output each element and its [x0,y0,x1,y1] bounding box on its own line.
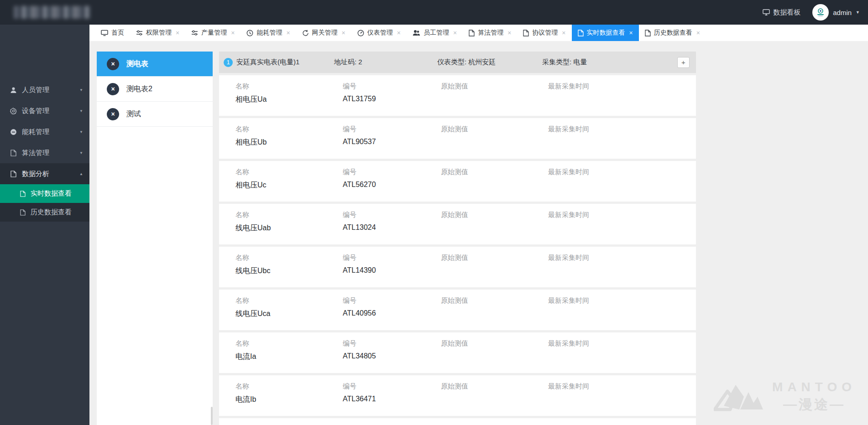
point-name: 线电压Ubc [235,266,343,276]
tab-energy[interactable]: 能耗管理 × [241,25,296,41]
sliders-icon [191,30,198,36]
circle-minus-icon [9,129,17,135]
sidebar-item-energy[interactable]: 能耗管理 ▼ [0,121,89,142]
col-name-label: 名称 [235,168,343,176]
mountain-logo-icon [714,378,764,415]
table-row: 名称线电压Uab 编号ATL13024 原始测值 最新采集时间 [219,204,696,244]
tab-close-icon[interactable]: × [507,30,511,36]
meter-name: 安廷真实电表(电量)1 [236,58,334,67]
point-name: 电流Ib [235,395,343,404]
document-icon [9,171,17,177]
tab-home[interactable]: 首页 [95,25,130,41]
tab-realtime-data[interactable]: 实时数据查看 × [572,25,639,41]
chevron-up-icon: ▲ [79,172,83,176]
col-raw-label: 原始测值 [441,296,548,305]
brand-logo-redacted [14,6,90,19]
col-code-label: 编号 [343,82,441,91]
table-row: 名称线电压Ubc 编号ATL14390 原始测值 最新采集时间 [219,247,696,287]
col-time-label: 最新采集时间 [548,339,691,348]
tab-production[interactable]: 产量管理 × [185,25,241,41]
chevron-down-icon: ▼ [79,151,83,155]
tab-close-icon[interactable]: × [562,30,565,36]
meter-index-badge: 1 [224,58,233,67]
document-icon [523,30,529,36]
col-name-label: 名称 [235,382,343,391]
app-screen: 数据看板 admin ▼ 人员管理 [0,0,868,425]
topbar: 数据看板 admin ▼ [0,0,868,25]
refresh-icon [302,30,309,36]
meter-address: 地址码: 2 [334,58,437,67]
col-raw-label: 原始测值 [441,211,548,219]
document-icon [645,30,651,36]
table-row: 名称相电压Ua 编号ATL31759 原始测值 最新采集时间 [219,75,696,116]
watermark-brand: MANTOO [772,380,856,394]
gear-icon [9,108,17,114]
remove-device-icon[interactable]: × [107,58,119,70]
tab-algorithm[interactable]: 算法管理 × [463,25,517,41]
dashboard-link[interactable]: 数据看板 [763,8,800,17]
table-row: 名称 编号 原始测值 最新采集时间 [219,418,696,425]
col-name-label: 名称 [235,211,343,219]
point-code: ATL31759 [343,95,441,103]
device-item[interactable]: × 测电表 [97,52,213,77]
table-row: 名称电流Ia 编号ATL34805 原始测值 最新采集时间 [219,332,696,373]
tab-close-icon[interactable]: × [696,30,700,36]
user-menu[interactable]: admin ▼ [812,4,860,21]
tab-label: 能耗管理 [256,29,282,37]
tab-permissions[interactable]: 权限管理 × [130,25,185,41]
device-item[interactable]: × 测电表2 [97,77,213,102]
point-name: 相电压Uc [235,181,343,190]
device-item[interactable]: × 测试 [97,102,213,127]
remove-device-icon[interactable]: × [107,108,119,120]
col-raw-label: 原始测值 [441,382,548,391]
sidebar-subitem-history-data[interactable]: 历史数据查看 [0,203,89,222]
tab-close-icon[interactable]: × [453,30,457,36]
col-code-label: 编号 [343,211,441,219]
sidebar-item-devices[interactable]: 设备管理 ▼ [0,100,89,121]
col-code-label: 编号 [343,382,441,391]
add-button[interactable]: + [677,57,690,68]
tab-close-icon[interactable]: × [629,30,633,36]
col-name-label: 名称 [235,254,343,262]
tab-meters[interactable]: 仪表管理 × [351,25,407,41]
tab-label: 实时数据查看 [587,29,625,37]
sidebar-subitem-realtime-data[interactable]: 实时数据查看 [0,184,89,203]
col-name-label: 名称 [235,125,343,134]
col-name-label: 名称 [235,296,343,305]
sidebar-subitem-label: 历史数据查看 [31,208,72,217]
table-row: 名称相电压Uc 编号ATL56270 原始测值 最新采集时间 [219,161,696,202]
sidebar-item-personnel[interactable]: 人员管理 ▼ [0,79,89,100]
document-icon [19,191,26,197]
monitor-icon [101,30,108,36]
sidebar-item-algorithm[interactable]: 算法管理 ▼ [0,142,89,163]
tab-label: 仪表管理 [367,29,393,37]
col-raw-label: 原始测值 [441,254,548,262]
tab-close-icon[interactable]: × [176,30,179,36]
table-row: 名称电流Ib 编号ATL36471 原始测值 最新采集时间 [219,375,696,416]
remove-device-icon[interactable]: × [107,83,119,95]
col-code-label: 编号 [343,296,441,305]
panel-scrollbar[interactable] [211,407,213,425]
tab-close-icon[interactable]: × [231,30,235,36]
col-name-label: 名称 [235,339,343,348]
tab-close-icon[interactable]: × [397,30,401,36]
watermark: MANTOO —漫途— [714,378,856,415]
point-name: 相电压Ua [235,95,343,104]
avatar [812,4,829,21]
sidebar-item-label: 数据分析 [22,170,79,178]
chevron-down-icon: ▼ [79,109,83,113]
tab-close-icon[interactable]: × [286,30,290,36]
col-code-label: 编号 [343,168,441,176]
sidebar-item-data-analysis[interactable]: 数据分析 ▲ [0,163,89,184]
col-raw-label: 原始测值 [441,339,548,348]
point-name: 线电压Uca [235,309,343,319]
tab-protocol[interactable]: 协议管理 × [517,25,571,41]
tab-employees[interactable]: 员工管理 × [407,25,463,41]
document-icon [19,209,26,216]
avatar-logo [816,7,826,17]
meter-header: 1 安廷真实电表(电量)1 地址码: 2 仪表类型: 杭州安廷 采集类型: 电量… [219,52,696,73]
tab-close-icon[interactable]: × [342,30,345,36]
tab-gateway[interactable]: 网关管理 × [296,25,351,41]
tab-history-data[interactable]: 历史数据查看 × [639,25,706,41]
col-code-label: 编号 [343,254,441,262]
